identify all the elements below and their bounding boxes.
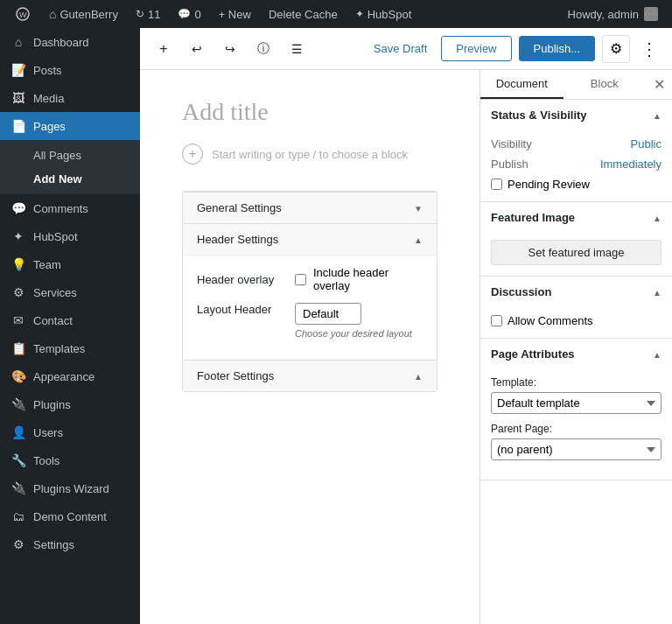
- general-settings-panel: General Settings: [183, 192, 437, 223]
- add-block-button[interactable]: +: [150, 36, 177, 62]
- sidebar-item-settings[interactable]: ⚙ Settings: [0, 530, 140, 558]
- sidebar-item-media[interactable]: 🖼 Media: [0, 84, 140, 112]
- layout-header-row: Layout Header Default Choose your desire…: [197, 303, 423, 339]
- status-visibility-content: Visibility Public Publish Immediately Pe…: [480, 130, 672, 201]
- sidebar: ⌂ Dashboard 📝 Posts 🖼 Media 📄 Pages All …: [0, 28, 140, 624]
- comments-count[interactable]: 💬 0: [171, 0, 207, 28]
- plugins-wizard-icon: 🔌: [10, 481, 26, 495]
- publish-value[interactable]: Immediately: [600, 158, 662, 171]
- sidebar-item-appearance[interactable]: 🎨 Appearance: [0, 362, 140, 390]
- contact-icon: ✉: [10, 313, 26, 327]
- sidebar-item-hubspot[interactable]: ✦ HubSpot: [0, 222, 140, 250]
- header-overlay-row: Header overlay Include header overlay: [197, 266, 423, 292]
- header-settings-panel: Header Settings Header overlay Include h…: [183, 223, 437, 360]
- layout-header-label: Layout Header: [197, 303, 284, 316]
- settings-toggle-button[interactable]: ⚙: [602, 35, 630, 63]
- layout-header-select[interactable]: Default: [295, 303, 361, 325]
- delete-cache-button[interactable]: Delete Cache: [262, 0, 345, 28]
- hubspot-menu[interactable]: ✦ HubSpot: [348, 0, 419, 28]
- right-panel-close-button[interactable]: ✕: [646, 70, 672, 99]
- new-content-button[interactable]: + New: [212, 0, 258, 28]
- sidebar-item-users[interactable]: 👤 Users: [0, 418, 140, 446]
- all-pages-link[interactable]: All Pages: [0, 144, 140, 167]
- header-overlay-checkbox-label: Include header overlay: [313, 266, 423, 292]
- user-avatar: [644, 7, 658, 21]
- sidebar-item-dashboard[interactable]: ⌂ Dashboard: [0, 28, 140, 56]
- publish-label: Publish: [491, 158, 528, 171]
- sidebar-item-templates[interactable]: 📋 Templates: [0, 334, 140, 362]
- sidebar-item-team[interactable]: 💡 Team: [0, 250, 140, 278]
- sidebar-item-pages[interactable]: 📄 Pages: [0, 112, 140, 140]
- featured-image-header[interactable]: Featured Image: [480, 202, 672, 233]
- sidebar-item-tools[interactable]: 🔧 Tools: [0, 446, 140, 474]
- discussion-section: Discussion Allow Comments: [480, 277, 672, 339]
- status-visibility-header[interactable]: Status & Visibility: [480, 100, 672, 130]
- parent-page-select[interactable]: (no parent): [491, 438, 662, 460]
- status-visibility-section: Status & Visibility Visibility Public Pu…: [480, 100, 672, 202]
- settings-icon: ⚙: [10, 537, 26, 551]
- list-view-button[interactable]: ☰: [284, 36, 310, 62]
- sidebar-item-plugins[interactable]: 🔌 Plugins: [0, 390, 140, 418]
- more-options-button[interactable]: ⋮: [637, 39, 662, 60]
- discussion-header[interactable]: Discussion: [480, 277, 672, 307]
- page-attributes-chevron: [653, 347, 662, 361]
- sidebar-item-comments[interactable]: 💬 Comments: [0, 194, 140, 222]
- meta-panels: General Settings Header Settings: [182, 191, 438, 392]
- footer-settings-panel: Footer Settings: [183, 360, 437, 391]
- sidebar-item-demo-content[interactable]: 🗂 Demo Content: [0, 502, 140, 530]
- discussion-content: Allow Comments: [480, 307, 672, 338]
- editor-title[interactable]: Add title: [182, 98, 438, 126]
- publish-button[interactable]: Publish...: [519, 36, 595, 61]
- media-icon: 🖼: [10, 91, 26, 105]
- editor-toolbar: + ↩ ↪ ⓘ ☰ Save Draft Preview Publish...: [140, 28, 672, 70]
- set-featured-image-button[interactable]: Set featured image: [491, 240, 662, 265]
- header-overlay-checkbox[interactable]: [295, 274, 306, 285]
- visibility-value[interactable]: Public: [631, 137, 662, 151]
- sidebar-item-contact[interactable]: ✉ Contact: [0, 306, 140, 334]
- inline-add-block-button[interactable]: +: [182, 144, 203, 165]
- general-settings-header[interactable]: General Settings: [183, 193, 437, 223]
- admin-bar: W ⌂ GutenBerry ↻ 11 💬 0 + New Delete Cac…: [0, 0, 672, 28]
- layout-header-hint: Choose your desired layout: [295, 328, 412, 339]
- footer-settings-header[interactable]: Footer Settings: [183, 361, 437, 391]
- publish-row: Publish Immediately: [491, 158, 662, 171]
- visibility-label: Visibility: [491, 137, 532, 151]
- featured-image-content: Set featured image: [480, 233, 672, 276]
- info-button[interactable]: ⓘ: [250, 36, 276, 62]
- right-panel: Document Block ✕ Status & Visibility: [480, 70, 672, 624]
- pending-review-checkbox[interactable]: [491, 179, 502, 190]
- sidebar-item-posts[interactable]: 📝 Posts: [0, 56, 140, 84]
- users-icon: 👤: [10, 425, 26, 439]
- plugins-icon: 🔌: [10, 397, 26, 411]
- page-attributes-content: Template: Default template Full Width Bl…: [480, 369, 672, 480]
- dashboard-icon: ⌂: [10, 35, 26, 49]
- parent-page-label: Parent Page:: [491, 423, 662, 435]
- hubspot-icon: ✦: [10, 229, 26, 243]
- preview-button[interactable]: Preview: [441, 36, 511, 61]
- pages-submenu: All Pages Add New: [0, 140, 140, 194]
- page-attributes-header[interactable]: Page Attributes: [480, 339, 672, 369]
- status-chevron: [653, 109, 662, 122]
- sidebar-item-services[interactable]: ⚙ Services: [0, 278, 140, 306]
- template-select[interactable]: Default template Full Width Blank: [491, 392, 662, 414]
- save-draft-button[interactable]: Save Draft: [367, 37, 434, 60]
- redo-button[interactable]: ↪: [217, 36, 243, 62]
- add-new-link[interactable]: Add New: [0, 167, 140, 191]
- featured-image-chevron: [653, 211, 662, 224]
- featured-image-section: Featured Image Set featured image: [480, 202, 672, 277]
- appearance-icon: 🎨: [10, 369, 26, 383]
- updates-count[interactable]: ↻ 11: [129, 0, 167, 28]
- allow-comments-checkbox[interactable]: [491, 315, 502, 326]
- pages-icon: 📄: [10, 119, 26, 133]
- allow-comments-label: Allow Comments: [508, 314, 593, 327]
- site-name[interactable]: ⌂ GutenBerry: [42, 0, 125, 28]
- posts-icon: 📝: [10, 63, 26, 77]
- sidebar-item-plugins-wizard[interactable]: 🔌 Plugins Wizard: [0, 474, 140, 502]
- tab-block[interactable]: Block: [564, 70, 647, 99]
- undo-button[interactable]: ↩: [184, 36, 210, 62]
- user-menu[interactable]: Howdy, admin: [561, 7, 665, 21]
- tab-document[interactable]: Document: [480, 70, 564, 99]
- wp-logo[interactable]: W: [7, 0, 38, 28]
- editor-body[interactable]: + Start writing or type / to choose a bl…: [182, 144, 438, 165]
- header-settings-header[interactable]: Header Settings: [183, 224, 437, 255]
